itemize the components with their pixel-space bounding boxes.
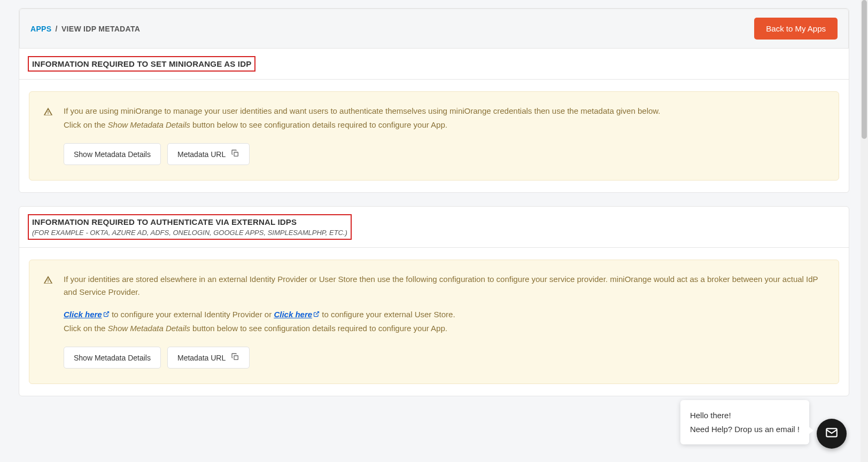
chat-widget: Hello there! Need Help? Drop us an email… — [680, 400, 847, 418]
chat-line1: Hello there! — [690, 409, 800, 418]
svg-line-1 — [106, 312, 109, 315]
breadcrumb-current: VIEW IDP METADATA — [61, 25, 140, 33]
back-to-my-apps-button[interactable]: Back to My Apps — [754, 18, 838, 40]
svg-rect-0 — [234, 152, 238, 156]
section1-content: If you are using miniOrange to manage yo… — [19, 80, 849, 192]
external-link-icon — [313, 308, 320, 321]
section2-title: INFORMATION REQUIRED TO AUTHENTICATE VIA… — [32, 217, 347, 226]
svg-rect-3 — [234, 356, 238, 359]
chat-bubble: Hello there! Need Help? Drop us an email… — [680, 400, 809, 418]
section2-highlight: INFORMATION REQUIRED TO AUTHENTICATE VIA… — [28, 214, 352, 240]
section1-highlight: INFORMATION REQUIRED TO SET MINIORANGE A… — [28, 56, 255, 72]
section2-alert-line1: If your identities are stored elsewhere … — [64, 273, 825, 299]
copy-icon — [231, 149, 239, 159]
section2-content: If your identities are stored elsewhere … — [19, 248, 849, 396]
copy-icon — [231, 353, 239, 363]
metadata-url-label-1: Metadata URL — [177, 150, 226, 159]
warning-icon — [43, 275, 53, 369]
section2-button-row: Show Metadata Details Metadata URL — [64, 347, 825, 369]
card-external-idps: INFORMATION REQUIRED TO AUTHENTICATE VIA… — [19, 206, 849, 396]
section1-alert: If you are using miniOrange to manage yo… — [29, 91, 839, 181]
breadcrumb: APPS / VIEW IDP METADATA — [30, 25, 140, 33]
breadcrumb-header: APPS / VIEW IDP METADATA Back to My Apps — [19, 9, 849, 49]
show-metadata-details-button-2[interactable]: Show Metadata Details — [64, 347, 161, 369]
section1-title: INFORMATION REQUIRED TO SET MINIORANGE A… — [32, 59, 251, 68]
vertical-scrollbar[interactable] — [861, 0, 868, 418]
warning-icon — [43, 107, 53, 165]
click-here-link-idp[interactable]: Click here — [64, 310, 110, 319]
show-metadata-details-button-1[interactable]: Show Metadata Details — [64, 143, 161, 165]
breadcrumb-link-apps[interactable]: APPS — [30, 25, 51, 33]
section1-alert-line2: Click on the Show Metadata Details butto… — [64, 119, 825, 131]
section2-alert-text: If your identities are stored elsewhere … — [64, 273, 825, 369]
breadcrumb-separator: / — [56, 25, 58, 33]
scrollbar-thumb[interactable] — [862, 0, 867, 139]
click-here-link-userstore[interactable]: Click here — [274, 310, 320, 319]
section1-title-area: INFORMATION REQUIRED TO SET MINIORANGE A… — [19, 49, 849, 80]
external-link-icon — [103, 308, 110, 321]
section2-alert: If your identities are stored elsewhere … — [29, 260, 839, 384]
metadata-url-button-2[interactable]: Metadata URL — [167, 347, 250, 369]
svg-line-2 — [316, 312, 319, 315]
section1-alert-line1: If you are using miniOrange to manage yo… — [64, 105, 825, 118]
section1-alert-text: If you are using miniOrange to manage yo… — [64, 105, 825, 165]
section2-subtitle: (FOR EXAMPLE - OKTA, AZURE AD, ADFS, ONE… — [32, 229, 347, 237]
card-miniorange-idp: APPS / VIEW IDP METADATA Back to My Apps… — [19, 8, 849, 193]
section2-alert-links: Click here to configure your external Id… — [64, 308, 825, 321]
metadata-url-button-1[interactable]: Metadata URL — [167, 143, 250, 165]
section1-button-row: Show Metadata Details Metadata URL — [64, 143, 825, 165]
section2-alert-line3: Click on the Show Metadata Details butto… — [64, 322, 825, 335]
section2-title-area: INFORMATION REQUIRED TO AUTHENTICATE VIA… — [19, 207, 849, 248]
metadata-url-label-2: Metadata URL — [177, 354, 226, 362]
